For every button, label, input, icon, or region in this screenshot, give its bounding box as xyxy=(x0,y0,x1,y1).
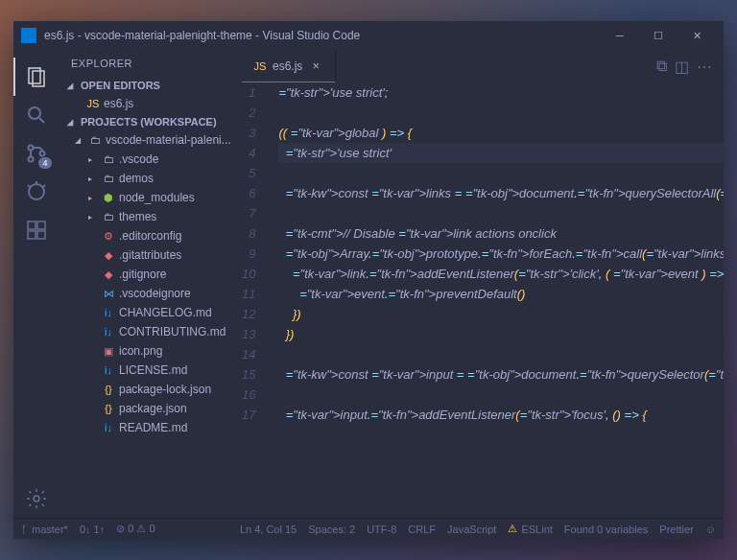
json-icon: {} xyxy=(102,384,115,395)
git-sync[interactable]: 0↓ 1↑ xyxy=(80,524,105,535)
tree-item[interactable]: i↓LICENSE.md xyxy=(59,361,242,380)
md-icon: i↓ xyxy=(102,307,115,318)
md-icon: i↓ xyxy=(102,422,115,433)
tab-es6js[interactable]: JS es6.js × xyxy=(242,50,336,82)
svg-point-6 xyxy=(40,152,45,156)
folder-icon: 🗀 xyxy=(102,153,115,165)
tree-item[interactable]: ▸🗀demos xyxy=(59,169,242,188)
window-title: es6.js - vscode-material-palenight-theme… xyxy=(44,29,601,42)
scm-badge: 4 xyxy=(38,157,52,169)
sidebar: EXPLORER ◢OPEN EDITORS JSes6.js ◢PROJECT… xyxy=(59,50,242,518)
sidebar-title: EXPLORER xyxy=(59,50,242,77)
editor-tabs: JS es6.js × ⧉ ◫ ⋯ xyxy=(242,50,724,82)
activity-bar: 4 xyxy=(13,50,59,518)
tree-item[interactable]: ▸🗀.vscode xyxy=(59,150,242,169)
svg-rect-14 xyxy=(37,231,45,239)
compare-icon[interactable]: ⧉ xyxy=(656,58,667,76)
svg-point-15 xyxy=(34,496,39,502)
editor-area: JS es6.js × ⧉ ◫ ⋯ 1234567891011121314151… xyxy=(242,50,724,518)
tab-label: es6.js xyxy=(273,59,302,73)
eol[interactable]: CRLF xyxy=(408,523,436,535)
debug-icon[interactable] xyxy=(13,173,59,211)
git-icon: ◆ xyxy=(102,249,115,262)
statusbar: ᚶ master* 0↓ 1↑ ⊘ 0 ⚠ 0 Ln 4, Col 15 Spa… xyxy=(13,518,724,539)
tree-item[interactable]: i↓CHANGELOG.md xyxy=(59,303,242,322)
tree-item[interactable]: ◆.gitattributes xyxy=(59,245,242,265)
variables-found[interactable]: Found 0 variables xyxy=(564,523,648,535)
language-mode[interactable]: JavaScript xyxy=(447,523,496,535)
more-icon[interactable]: ⋯ xyxy=(697,58,712,76)
git-icon: ◆ xyxy=(102,268,115,281)
tree-item[interactable]: ▸🗀themes xyxy=(59,207,242,226)
svg-line-10 xyxy=(43,185,45,187)
svg-rect-13 xyxy=(28,231,36,239)
img-icon: ▣ xyxy=(102,345,115,358)
vscode-window: es6.js - vscode-material-palenight-theme… xyxy=(13,21,724,539)
folder-icon: 🗀 xyxy=(102,173,115,184)
cursor-position[interactable]: Ln 4, Col 15 xyxy=(240,523,297,535)
tree-item[interactable]: ▣icon.png xyxy=(59,341,242,361)
tree-item[interactable]: ◆.gitignore xyxy=(59,265,242,284)
js-icon: JS xyxy=(86,98,100,109)
tree-item[interactable]: {}package-lock.json xyxy=(59,380,242,399)
vs-icon: ⋈ xyxy=(102,288,115,300)
tree-item[interactable]: ⋈.vscodeignore xyxy=(59,284,242,303)
indentation[interactable]: Spaces: 2 xyxy=(308,523,355,535)
svg-rect-12 xyxy=(37,222,45,229)
git-branch[interactable]: ᚶ master* xyxy=(21,524,68,535)
md-icon: i↓ xyxy=(102,364,115,376)
split-icon[interactable]: ◫ xyxy=(675,58,689,76)
close-icon[interactable]: × xyxy=(308,58,323,74)
settings-icon[interactable] xyxy=(13,479,59,518)
code-content[interactable]: ="tk-str">'use strict';(( ="tk-var">glob… xyxy=(269,82,724,518)
open-editor-item[interactable]: JSes6.js xyxy=(59,94,242,113)
explorer-icon[interactable] xyxy=(13,58,59,96)
svg-line-9 xyxy=(28,185,30,187)
tree-root[interactable]: ◢🗀vscode-material-paleni... xyxy=(59,130,242,150)
titlebar[interactable]: es6.js - vscode-material-palenight-theme… xyxy=(13,21,724,50)
tree-item[interactable]: ▸⬢node_modules xyxy=(59,188,242,207)
maximize-button[interactable]: ☐ xyxy=(639,22,678,49)
svg-point-4 xyxy=(29,146,34,151)
open-editors-header[interactable]: ◢OPEN EDITORS xyxy=(59,77,242,94)
window-controls: ─ ☐ ✕ xyxy=(601,22,716,49)
eslint-status[interactable]: ⚠ ESLint xyxy=(508,523,552,535)
prettier-status[interactable]: Prettier xyxy=(659,523,693,535)
svg-point-5 xyxy=(29,157,34,162)
folder-icon: 🗀 xyxy=(88,134,102,146)
encoding[interactable]: UTF-8 xyxy=(367,523,396,535)
tree-item[interactable]: {}package.json xyxy=(59,399,242,418)
json-icon: {} xyxy=(102,403,115,414)
search-icon[interactable] xyxy=(13,96,59,134)
source-control-icon[interactable]: 4 xyxy=(13,134,59,173)
svg-line-3 xyxy=(39,118,44,123)
svg-point-2 xyxy=(29,107,40,119)
js-icon: JS xyxy=(253,60,267,72)
config-icon: ⚙ xyxy=(102,230,115,243)
close-button[interactable]: ✕ xyxy=(678,22,716,49)
tree-item[interactable]: i↓README.md xyxy=(59,418,242,437)
extensions-icon[interactable] xyxy=(13,211,59,249)
feedback-icon[interactable]: ☺ xyxy=(705,523,716,535)
workspace-header[interactable]: ◢PROJECTS (WORKSPACE) xyxy=(59,113,242,130)
app-icon xyxy=(21,28,36,43)
folder-icon: 🗀 xyxy=(102,211,115,222)
line-gutter: 1234567891011121314151617 xyxy=(242,82,269,518)
main-area: 4 EXPLORER ◢OPEN EDITORS JSes6.js ◢PROJE… xyxy=(13,50,724,518)
node-icon: ⬢ xyxy=(102,192,115,204)
file-tree: ◢🗀vscode-material-paleni... ▸🗀.vscode ▸🗀… xyxy=(59,130,242,437)
tree-item[interactable]: i↓CONTRIBUTING.md xyxy=(59,322,242,341)
tree-item[interactable]: ⚙.editorconfig xyxy=(59,226,242,245)
minimize-button[interactable]: ─ xyxy=(601,22,639,49)
code-editor[interactable]: 1234567891011121314151617 ="tk-str">'use… xyxy=(242,82,724,518)
svg-rect-11 xyxy=(28,222,36,229)
tab-actions: ⧉ ◫ ⋯ xyxy=(656,58,724,76)
problems[interactable]: ⊘ 0 ⚠ 0 xyxy=(116,523,155,535)
md-icon: i↓ xyxy=(102,326,115,338)
svg-point-7 xyxy=(29,184,44,199)
